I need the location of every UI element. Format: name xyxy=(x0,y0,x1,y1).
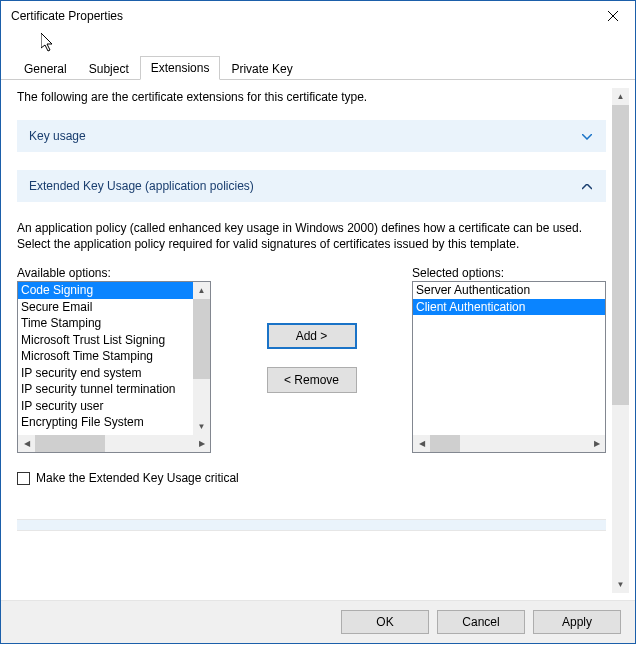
body-vscrollbar[interactable]: ▲ ▼ xyxy=(612,88,629,593)
tab-subject[interactable]: Subject xyxy=(78,57,140,80)
available-column: Available options: Code Signing Secure E… xyxy=(17,266,211,453)
section-eku-title: Extended Key Usage (application policies… xyxy=(29,179,254,193)
scroll-left-icon[interactable]: ◀ xyxy=(413,435,430,452)
close-button[interactable] xyxy=(591,1,635,31)
available-vscrollbar[interactable]: ▲ ▼ xyxy=(193,282,210,435)
list-item[interactable]: Code Signing xyxy=(18,282,193,299)
list-item[interactable]: Microsoft Time Stamping xyxy=(18,348,193,365)
section-partial[interactable] xyxy=(17,519,606,531)
close-icon xyxy=(608,11,618,21)
dialog-footer: OK Cancel Apply xyxy=(1,600,635,643)
tab-private-key[interactable]: Private Key xyxy=(220,57,303,80)
selected-label: Selected options: xyxy=(412,266,606,280)
window-title: Certificate Properties xyxy=(11,9,123,23)
critical-checkbox-row: Make the Extended Key Usage critical xyxy=(17,471,606,485)
scroll-down-icon[interactable]: ▼ xyxy=(612,576,629,593)
tab-extensions[interactable]: Extensions xyxy=(140,56,221,80)
list-item[interactable]: IP security user xyxy=(18,398,193,415)
scroll-up-icon[interactable]: ▲ xyxy=(612,88,629,105)
list-item[interactable]: Client Authentication xyxy=(413,299,605,316)
section-key-usage-title: Key usage xyxy=(29,129,86,143)
add-button[interactable]: Add > xyxy=(267,323,357,349)
selected-listbox[interactable]: Server Authentication Client Authenticat… xyxy=(412,281,606,453)
selected-hscrollbar[interactable]: ◀ ▶ xyxy=(413,435,605,452)
tab-body: The following are the certificate extens… xyxy=(1,80,635,593)
scroll-right-icon[interactable]: ▶ xyxy=(193,435,210,452)
apply-button[interactable]: Apply xyxy=(533,610,621,634)
list-item[interactable]: IP security end system xyxy=(18,365,193,382)
ok-button[interactable]: OK xyxy=(341,610,429,634)
list-item[interactable]: Secure Email xyxy=(18,299,193,316)
available-listbox[interactable]: Code Signing Secure Email Time Stamping … xyxy=(17,281,211,453)
remove-button[interactable]: < Remove xyxy=(267,367,357,393)
scroll-thumb[interactable] xyxy=(35,435,105,452)
scroll-thumb[interactable] xyxy=(612,105,629,405)
chevron-up-icon xyxy=(582,181,592,192)
list-item[interactable]: Server Authentication xyxy=(413,282,605,299)
section-eku[interactable]: Extended Key Usage (application policies… xyxy=(17,170,606,202)
intro-text: The following are the certificate extens… xyxy=(17,88,606,104)
critical-checkbox[interactable] xyxy=(17,472,30,485)
critical-checkbox-label: Make the Extended Key Usage critical xyxy=(36,471,239,485)
scroll-thumb[interactable] xyxy=(193,299,210,379)
scroll-down-icon[interactable]: ▼ xyxy=(193,418,210,435)
list-item[interactable]: Time Stamping xyxy=(18,315,193,332)
section-key-usage[interactable]: Key usage xyxy=(17,120,606,152)
tab-general[interactable]: General xyxy=(13,57,78,80)
list-item[interactable]: Microsoft Trust List Signing xyxy=(18,332,193,349)
available-label: Available options: xyxy=(17,266,211,280)
list-item[interactable]: IP security tunnel termination xyxy=(18,381,193,398)
scroll-right-icon[interactable]: ▶ xyxy=(588,435,605,452)
eku-description: An application policy (called enhanced k… xyxy=(17,220,606,252)
scroll-thumb[interactable] xyxy=(430,435,460,452)
scroll-up-icon[interactable]: ▲ xyxy=(193,282,210,299)
selected-column: Selected options: Server Authentication … xyxy=(412,266,606,453)
mouse-cursor-icon xyxy=(41,33,57,55)
available-hscrollbar[interactable]: ◀ ▶ xyxy=(18,435,210,452)
titlebar: Certificate Properties xyxy=(1,1,635,31)
tab-bar: General Subject Extensions Private Key xyxy=(1,53,635,80)
scroll-left-icon[interactable]: ◀ xyxy=(18,435,35,452)
transfer-buttons: Add > < Remove xyxy=(211,266,412,411)
chevron-down-icon xyxy=(582,131,592,142)
dialog-window: Certificate Properties General Subject E… xyxy=(0,0,636,644)
list-item[interactable]: Encrypting File System xyxy=(18,414,193,431)
cancel-button[interactable]: Cancel xyxy=(437,610,525,634)
eku-lists: Available options: Code Signing Secure E… xyxy=(17,266,606,453)
